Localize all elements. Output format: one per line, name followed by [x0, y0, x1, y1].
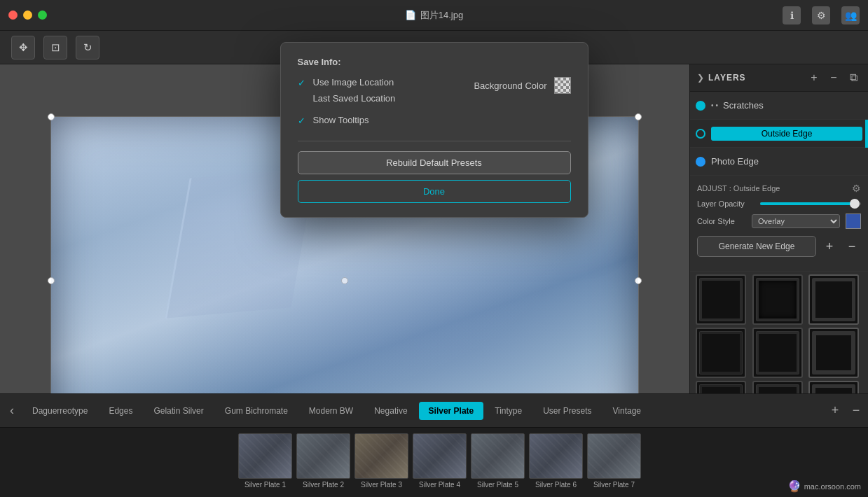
background-color-swatch[interactable] [554, 77, 571, 94]
background-color-label: Background Color [474, 80, 546, 91]
last-saved-location-row: ✓ Last Saved Location [298, 93, 396, 104]
rebuild-presets-button[interactable]: Rebuild Default Presets [298, 151, 571, 174]
done-button[interactable]: Done [298, 180, 571, 203]
use-image-location-row: ✓ Use Image Location [298, 77, 396, 88]
save-info-modal: Save Info: ✓ Use Image Location ✓ Last S… [280, 42, 588, 218]
modal-divider [298, 141, 571, 141]
use-image-location-check[interactable]: ✓ [298, 78, 308, 88]
show-tooltips-check[interactable]: ✓ [298, 115, 308, 125]
modal-title: Save Info: [298, 57, 571, 67]
last-saved-location-label[interactable]: Last Saved Location [313, 93, 396, 104]
show-tooltips-row: ✓ Show Tooltips [298, 115, 396, 125]
show-tooltips-label[interactable]: Show Tooltips [313, 115, 369, 125]
use-image-location-label[interactable]: Use Image Location [313, 77, 394, 88]
background-color-row: Background Color [474, 77, 570, 94]
modal-overlay: Save Info: ✓ Use Image Location ✓ Last S… [0, 0, 868, 497]
